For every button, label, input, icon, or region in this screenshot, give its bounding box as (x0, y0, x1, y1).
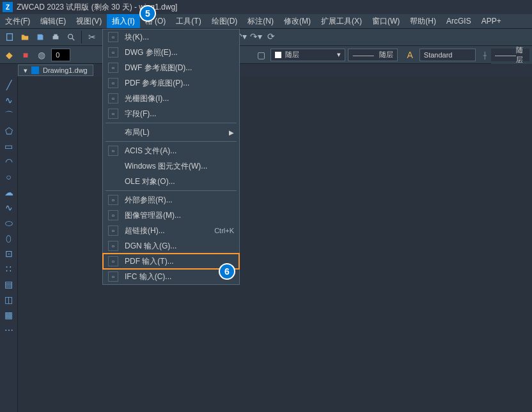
menu-2[interactable]: 视图(V) (71, 14, 107, 28)
annotation-callout-6: 6 (219, 263, 235, 280)
lineweight-combo[interactable]: ——— 随层 (491, 49, 529, 61)
menu-item-label: ACIS 文件(A)... (125, 146, 234, 156)
rectangle-tool[interactable]: ▭ (3, 141, 15, 152)
app-icon: Z (3, 2, 13, 12)
pdf-icon: ▫ (108, 256, 118, 266)
dimstyle-icon[interactable]: ⟊ (478, 48, 492, 62)
color-button[interactable]: ■ (19, 48, 32, 62)
polygon-tool[interactable]: ⬠ (3, 125, 15, 137)
insert-menu-dropdown: ▫块(K)...▫DWG 参照(E)...▫DWF 参考底图(D)...▫PDF… (102, 29, 240, 285)
save-button[interactable] (33, 30, 47, 44)
file-icon (31, 66, 39, 74)
menu-1[interactable]: 编辑(E) (35, 14, 71, 28)
imm-icon: ▫ (108, 210, 118, 220)
menu-item-pdfp[interactable]: ▫PDF 参考底图(P)... (103, 75, 239, 91)
menu-item-dgng[interactable]: ▫DGN 输入(G)... (103, 238, 239, 254)
menu-item-i[interactable]: ▫光栅图像(I)... (103, 91, 239, 106)
arc2-tool[interactable]: ◠ (3, 156, 15, 167)
menu-item-label: DWG 参照(E)... (125, 47, 234, 58)
blank-icon (108, 161, 118, 171)
menu-item-windowsw[interactable]: Windows 图元文件(W)... (103, 158, 239, 174)
circle-tool[interactable]: ○ (3, 171, 15, 183)
menu-11[interactable]: 帮助(H) (405, 14, 441, 28)
menu-item-pdft[interactable]: ▫PDF 输入(T)... (103, 254, 239, 269)
line-tool[interactable]: ╱ (3, 79, 15, 91)
menu-10[interactable]: 窗口(W) (367, 14, 405, 28)
linetype-combo[interactable]: ———随层 (348, 49, 398, 61)
textstyle-icon[interactable]: A (403, 48, 416, 62)
menu-0[interactable]: 文件(F) (0, 14, 35, 28)
menu-item-r[interactable]: ▫外部参照(R)... (103, 192, 239, 208)
open-file-button[interactable] (18, 30, 32, 44)
pdf-icon: ▫ (108, 78, 118, 88)
xrf-icon: ▫ (108, 195, 118, 205)
menu-3[interactable]: 插入(I) (107, 14, 139, 28)
ellipse-tool[interactable]: ⬭ (3, 217, 15, 229)
spline-tool[interactable]: ∿ (3, 202, 15, 213)
menu-9[interactable]: 扩展工具(X) (316, 14, 367, 28)
new-file-button[interactable] (3, 30, 17, 44)
menu-item-h[interactable]: ▫超链接(H)...Ctrl+K (103, 223, 239, 238)
menu-13[interactable]: APP+ (476, 14, 506, 28)
tool-button[interactable]: ⟳ (264, 29, 278, 43)
menu-item-dwge[interactable]: ▫DWG 参照(E)... (103, 45, 239, 60)
menu-item-f[interactable]: ▫字段(F)... (103, 106, 239, 121)
menu-item-k[interactable]: ▫块(K)... (103, 29, 239, 45)
menu-item-label: OLE 对象(O)... (125, 176, 234, 187)
layer-toolbar: ◆ ■ ◍ 0 ▢ 随层▾ ———随层 A Standard ⟊ ISO-25 (0, 46, 532, 64)
region-tool[interactable]: ◫ (3, 294, 15, 305)
dgn-icon: ▫ (108, 241, 118, 251)
drawing-canvas[interactable] (18, 77, 532, 412)
blank-icon (108, 176, 118, 187)
layer-button[interactable]: ◆ (3, 48, 16, 62)
tool-button[interactable]: ◍ (35, 48, 49, 62)
lnk-icon: ▫ (108, 225, 118, 236)
cloud-tool[interactable]: ☁ (3, 187, 15, 198)
cut-button[interactable]: ✂ (85, 30, 99, 44)
ellipse-arc-tool[interactable]: ⬯ (3, 233, 15, 244)
menu-item-l[interactable]: 布局(L)▶ (103, 125, 239, 140)
table-tool[interactable]: ▦ (3, 309, 15, 321)
menu-item-label: DGN 输入(G)... (125, 241, 234, 252)
menu-item-label: PDF 输入(T)... (125, 256, 234, 267)
menu-5[interactable]: 工具(T) (171, 14, 206, 28)
svg-point-3 (68, 34, 73, 39)
textstyle-combo[interactable]: Standard (419, 49, 476, 61)
menu-item-m[interactable]: ▫图像管理器(M)... (103, 208, 239, 223)
separator (81, 31, 82, 43)
title-bar: Z ZWCAD 2023 试用版 (剩余 30 天) - wing1.dwg] (0, 0, 532, 14)
point-tool[interactable]: ∷ (3, 263, 15, 275)
color-swatch[interactable]: 0 (51, 49, 70, 61)
document-tab[interactable]: ▾ Drawing1.dwg (18, 65, 93, 76)
menu-separator (106, 123, 237, 123)
ifc-icon: ▫ (108, 271, 118, 282)
menu-7[interactable]: 标注(N) (242, 14, 279, 28)
img-icon: ▫ (108, 93, 118, 103)
hatch-tool[interactable]: ▤ (3, 278, 15, 290)
menu-12[interactable]: ArcGIS (441, 14, 476, 28)
polyline-tool[interactable]: ∿ (3, 95, 15, 106)
menu-item-label: Windows 图元文件(W)... (125, 161, 234, 172)
more-tool[interactable]: ⋯ (3, 324, 15, 336)
redo-button[interactable]: ↷▾ (249, 29, 263, 43)
layer-combo[interactable]: 随层▾ (270, 49, 345, 61)
arc-tool[interactable]: ⌒ (3, 110, 15, 121)
menu-bar: 文件(F)编辑(E)视图(V)插入(I)格 (O)工具(T)绘图(D)标注(N)… (0, 14, 532, 28)
menu-item-dwfd[interactable]: ▫DWF 参考底图(D)... (103, 60, 239, 75)
block-tool[interactable]: ⊡ (3, 248, 15, 259)
main-area: ╱ ∿ ⌒ ⬠ ▭ ◠ ○ ☁ ∿ ⬭ ⬯ ⊡ ∷ ▤ ◫ ▦ ⋯ (0, 77, 532, 412)
menu-item-label: DWF 参考底图(D)... (125, 63, 234, 73)
menu-item-label: PDF 参考底图(P)... (125, 78, 234, 89)
preview-button[interactable] (64, 30, 78, 44)
menu-6[interactable]: 绘图(D) (207, 14, 243, 28)
submenu-arrow-icon: ▶ (229, 129, 234, 136)
print-button[interactable] (49, 30, 63, 44)
layer-icon[interactable]: ▢ (254, 48, 268, 62)
svg-rect-2 (54, 34, 57, 37)
menu-8[interactable]: 修改(M) (279, 14, 316, 28)
menu-item-acisa[interactable]: ▫ACIS 文件(A)... (103, 143, 239, 158)
menu-item-label: 外部参照(R)... (125, 195, 234, 206)
menu-separator (106, 141, 237, 142)
menu-item-oleo[interactable]: OLE 对象(O)... (103, 174, 239, 189)
menu-item-label: 块(K)... (125, 32, 234, 43)
